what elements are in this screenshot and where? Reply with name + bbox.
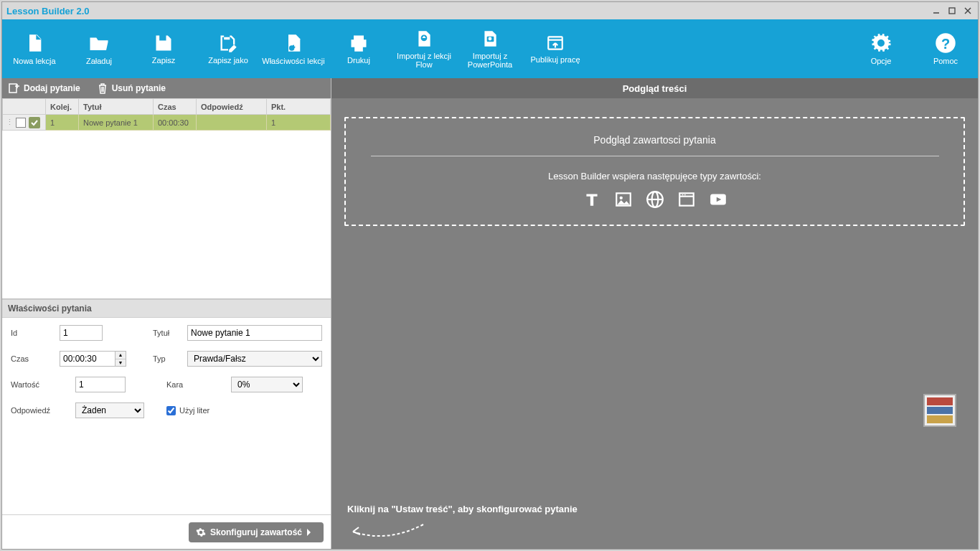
title-field[interactable] (187, 325, 322, 341)
hint-text: Kliknij na "Ustaw treść", aby skonfiguro… (347, 504, 578, 514)
col-order[interactable]: Kolej. (46, 99, 79, 115)
svg-point-22 (682, 194, 683, 196)
lesson-properties-button[interactable]: Właściwości lekcji (260, 19, 326, 78)
type-select[interactable]: Prawda/Fałsz (187, 351, 322, 367)
preview-box: Podgląd zawartosci pytania Lesson Builde… (344, 117, 965, 226)
configure-content-button[interactable]: Skonfiguruj zawartość (189, 522, 324, 542)
label: Zapisz jako (208, 56, 248, 65)
row-checkbox[interactable] (16, 118, 26, 128)
label: Usuń pytanie (112, 83, 166, 93)
trash-icon (98, 83, 108, 94)
row-valid-icon (29, 117, 40, 128)
svg-rect-20 (679, 193, 694, 205)
save-icon (154, 33, 174, 53)
answer-label: Odpowiedź (11, 406, 75, 415)
import-flow-icon (415, 29, 433, 49)
svg-point-23 (684, 194, 685, 196)
minimize-button[interactable] (930, 5, 942, 17)
new-lesson-button[interactable]: Nowa lekcja (2, 19, 67, 78)
type-label: Typ (153, 354, 187, 363)
add-icon (8, 83, 19, 94)
save-edit-icon (217, 33, 239, 53)
label: Dodaj pytanie (24, 83, 80, 93)
col-title[interactable]: Tytuł (79, 99, 154, 115)
penalty-select[interactable]: 0% (231, 377, 303, 392)
label: Załaduj (86, 57, 112, 65)
upload-icon (545, 34, 565, 52)
gear-icon (870, 32, 892, 54)
value-label: Wartość (11, 380, 75, 389)
file-icon (24, 32, 44, 54)
web-type-icon (646, 190, 664, 209)
preview-support-text: Lesson Builder wspiera następujęce typy … (359, 171, 951, 182)
cell-time: 00:00:30 (154, 115, 197, 131)
import-ppt-button[interactable]: Importuj z PowerPointa (457, 19, 523, 78)
properties-panel: Id Tytuł Czas ▲▼ (2, 318, 331, 514)
label: Importuj z lekcji Flow (391, 52, 457, 69)
id-field[interactable] (60, 325, 103, 341)
use-letters-checkbox[interactable] (166, 406, 176, 415)
svg-point-7 (489, 37, 492, 41)
cell-order: 1 (46, 115, 79, 131)
label: Importuj z PowerPointa (457, 52, 523, 69)
time-label: Czas (11, 354, 60, 363)
col-answer[interactable]: Odpowiedź (197, 99, 267, 115)
import-flow-button[interactable]: Importuj z lekcji Flow (391, 19, 457, 78)
preview-heading: Podgląd treści (331, 78, 978, 98)
svg-rect-1 (949, 8, 955, 14)
import-ppt-icon (481, 29, 499, 49)
publish-button[interactable]: Publikuj pracę (523, 19, 588, 78)
chevron-right-icon (306, 528, 312, 537)
cell-title: Nowe pytanie 1 (79, 115, 154, 131)
svg-text:?: ? (941, 36, 950, 52)
load-button[interactable]: Załaduj (67, 19, 131, 78)
save-as-button[interactable]: Zapisz jako (196, 19, 260, 78)
label: Opcje (871, 57, 892, 65)
questions-table: Kolej. Tytuł Czas Odpowiedź Pkt. ⋮⋮ (2, 98, 331, 131)
svg-rect-12 (9, 84, 17, 93)
image-type-icon (614, 190, 633, 209)
drag-grip-icon[interactable]: ⋮⋮ (6, 118, 13, 128)
time-field[interactable] (60, 351, 116, 367)
svg-point-16 (619, 197, 622, 199)
window-type-icon (677, 190, 696, 209)
use-letters-label: Użyj liter (179, 406, 209, 415)
add-question-button[interactable]: Dodaj pytanie (8, 83, 80, 94)
time-spinner[interactable]: ▲▼ (116, 351, 126, 367)
penalty-label: Kara (166, 380, 231, 389)
help-button[interactable]: ? Pomoc (913, 19, 978, 78)
hint-arrow-icon (344, 522, 430, 539)
answer-select[interactable]: Żaden (75, 402, 144, 418)
label: Publikuj pracę (530, 55, 580, 64)
label: Zapisz (152, 56, 175, 65)
video-type-icon (709, 190, 727, 209)
id-label: Id (11, 329, 60, 337)
printer-icon (348, 33, 369, 53)
print-button[interactable]: Drukuj (326, 19, 391, 78)
main-toolbar: Nowa lekcja Załaduj Zapisz Zapisz jako W… (2, 19, 978, 78)
save-button[interactable]: Zapisz (131, 19, 196, 78)
preview-title: Podgląd zawartosci pytania (359, 134, 951, 146)
text-type-icon (583, 190, 601, 209)
properties-panel-title: Właściwości pytania (2, 299, 331, 318)
label: Nowa lekcja (13, 57, 55, 65)
value-field[interactable] (75, 377, 126, 392)
cell-points: 1 (267, 115, 331, 131)
label: Drukuj (347, 56, 370, 65)
col-time[interactable]: Czas (154, 99, 197, 115)
titlebar: Lesson Builder 2.0 (2, 2, 978, 19)
folder-open-icon (88, 32, 110, 54)
remove-question-button[interactable]: Usuń pytanie (98, 83, 166, 94)
maximize-button[interactable] (946, 5, 958, 17)
color-palette-widget[interactable] (923, 394, 956, 427)
question-toolbar: Dodaj pytanie Usuń pytanie (2, 78, 331, 98)
col-points[interactable]: Pkt. (267, 99, 331, 115)
close-button[interactable] (962, 5, 974, 17)
file-gear-icon (283, 32, 303, 54)
options-button[interactable]: Opcje (849, 19, 913, 78)
label: Skonfiguruj zawartość (210, 527, 302, 537)
table-row[interactable]: ⋮⋮ 1 Nowe pytanie 1 00:00:30 1 (3, 115, 331, 131)
app-title: Lesson Builder 2.0 (6, 6, 90, 17)
label: Pomoc (933, 57, 958, 65)
label: Właściwości lekcji (262, 57, 324, 65)
